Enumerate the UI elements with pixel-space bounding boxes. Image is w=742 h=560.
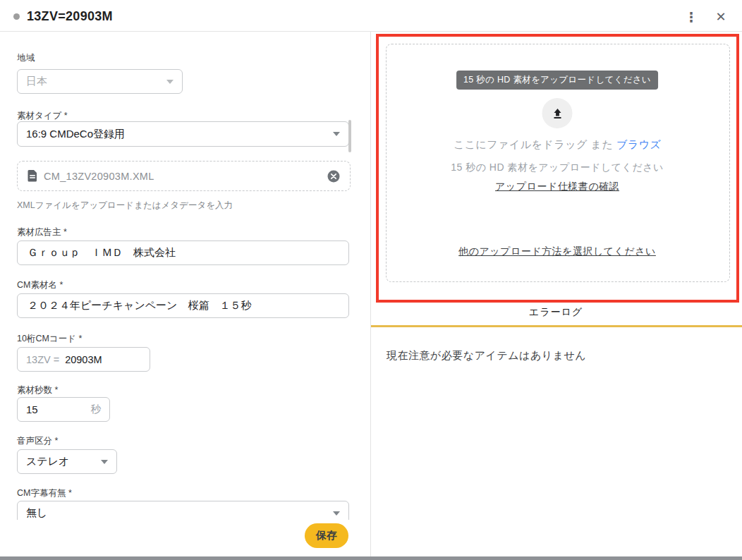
chevron-down-icon <box>166 80 174 84</box>
seconds-input[interactable]: 15 秒 <box>17 397 110 422</box>
cm-code-input[interactable]: 13ZV = 20903M <box>17 347 150 372</box>
material-type-select-value: 16:9 CMDeCo登録用 <box>26 128 125 141</box>
browse-link[interactable]: ブラウズ <box>616 138 661 150</box>
xml-file-name: CM_13ZV20903M.XML <box>44 171 154 182</box>
status-dot-icon <box>13 13 20 20</box>
audio-type-select-value: ステレオ <box>26 455 69 468</box>
subtitle-select-value: 無し <box>26 506 47 520</box>
seconds-value: 15 <box>26 403 38 415</box>
region-select: 日本 <box>17 69 183 94</box>
seconds-label: 素材秒数 * <box>17 384 58 396</box>
advertiser-input[interactable] <box>17 241 349 265</box>
cm-name-label: CM素材名 * <box>17 279 63 291</box>
subtitle-label: CM字幕有無 * <box>17 487 72 499</box>
file-document-icon <box>28 170 37 182</box>
audio-type-select[interactable]: ステレオ <box>17 449 117 474</box>
remove-file-button[interactable] <box>327 170 340 183</box>
upload-tooltip: 15 秒の HD 素材をアップロードしてください <box>456 71 658 90</box>
left-pane-scrollbar[interactable] <box>348 120 351 152</box>
upload-spec-link[interactable]: アップロード仕様書の確認 <box>495 181 619 193</box>
form-footer: 保存 <box>0 520 370 556</box>
audio-type-label: 音声区分 * <box>17 435 58 447</box>
kebab-menu-button[interactable] <box>683 8 700 25</box>
cm-code-prefix: 13ZV = <box>26 354 59 365</box>
cm-code-value: 20903M <box>65 354 102 365</box>
drag-instruction: ここにファイルをドラッグ また ブラウズ <box>454 138 662 152</box>
drag-instruction-text: ここにファイルをドラッグ また <box>454 138 616 150</box>
pane-divider <box>370 32 371 556</box>
xml-helper-text: XMLファイルをアップロードまたはメタデータを入力 <box>17 200 233 212</box>
advertiser-label: 素材広告主 * <box>17 226 67 238</box>
upload-hint: 15 秒の HD 素材をアップロードしてください <box>451 162 664 174</box>
dialog-header: 13ZV=20903M <box>0 0 742 32</box>
error-log-title: エラーログ <box>529 306 583 319</box>
xml-file-chip: CM_13ZV20903M.XML <box>17 161 351 191</box>
chevron-down-icon <box>333 132 340 136</box>
other-upload-methods-link[interactable]: 他のアップロード方法を選択してください <box>458 245 656 258</box>
error-log-empty-message: 現在注意が必要なアイテムはありません <box>387 349 586 363</box>
chevron-down-icon <box>101 460 108 464</box>
upload-arrow-icon <box>542 98 573 128</box>
cm-name-input[interactable] <box>17 293 349 318</box>
chevron-down-icon <box>333 511 340 516</box>
region-label: 地域 <box>17 52 35 64</box>
error-log-divider <box>371 325 742 327</box>
cm-code-label: 10桁CMコード * <box>17 333 82 345</box>
save-button[interactable]: 保存 <box>305 523 348 548</box>
seconds-suffix: 秒 <box>91 403 102 416</box>
page-title: 13ZV=20903M <box>27 9 113 24</box>
region-select-value: 日本 <box>26 75 47 88</box>
window-bottom-edge <box>0 556 742 560</box>
x-circle-icon <box>327 170 340 183</box>
material-type-label: 素材タイプ * <box>17 110 68 122</box>
close-button[interactable] <box>712 8 729 25</box>
material-type-select[interactable]: 16:9 CMDeCo登録用 <box>17 121 349 147</box>
cm-material-dialog: 13ZV=20903M 地域 日本 素材タイプ * 16:9 CMDeCo登録用… <box>0 0 742 560</box>
